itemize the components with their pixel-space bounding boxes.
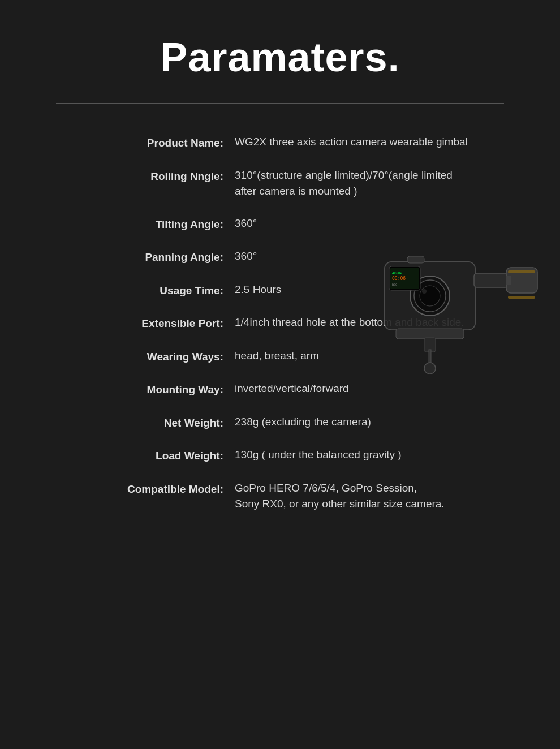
svg-point-5 [422,289,427,294]
spec-label: Load Weight: [71,447,235,464]
spec-value: WG2X three axis action camera wearable g… [235,134,489,150]
svg-rect-16 [508,296,535,299]
spec-value: GoPro HERO 7/6/5/4, GoPro Session,Sony R… [235,480,489,513]
spec-row: Compatible Model:GoPro HERO 7/6/5/4, GoP… [71,472,489,520]
spec-row: Product Name:WG2X three axis action came… [71,126,489,160]
spec-label: Net Weight: [71,414,235,432]
svg-rect-15 [508,270,535,273]
spec-label: Compatible Model: [71,480,235,498]
spec-row: Rolling Nngle:310°(structure angle limit… [71,160,489,208]
section-divider [56,103,504,104]
spec-label: Extensible Port: [71,315,235,332]
spec-label: Panning Angle: [71,248,235,266]
content-wrapper: 4K60W 00:06 REC [0,126,560,520]
svg-text:4K60W: 4K60W [392,271,402,275]
camera-illustration: 4K60W 00:06 REC [368,228,549,386]
svg-rect-11 [407,256,424,263]
spec-row: Net Weight:238g (excluding the camera) [71,406,489,440]
header-section: Paramaters. [0,0,560,97]
svg-rect-12 [474,273,508,287]
spec-label: Mounting Way: [71,381,235,398]
spec-label: Product Name: [71,134,235,152]
svg-rect-14 [506,276,511,285]
spec-label: Rolling Nngle: [71,167,235,185]
page-title: Paramaters. [11,34,549,80]
svg-point-4 [420,286,440,306]
svg-rect-17 [396,329,464,339]
svg-text:REC: REC [392,283,397,286]
spec-row: Load Weight:130g ( under the balanced gr… [71,439,489,472]
spec-label: Tilting Angle: [71,216,235,233]
svg-point-20 [424,363,436,374]
spec-value: 130g ( under the balanced gravity ) [235,447,489,463]
page-container: Paramaters. 4K60W 00:06 REC [0,0,560,749]
spec-label: Usage Time: [71,282,235,299]
spec-value: 310°(structure angle limited)/70°(angle … [235,167,489,200]
spec-label: Wearing Ways: [71,348,235,365]
spec-value: 238g (excluding the camera) [235,414,489,431]
svg-text:00:06: 00:06 [392,276,406,281]
